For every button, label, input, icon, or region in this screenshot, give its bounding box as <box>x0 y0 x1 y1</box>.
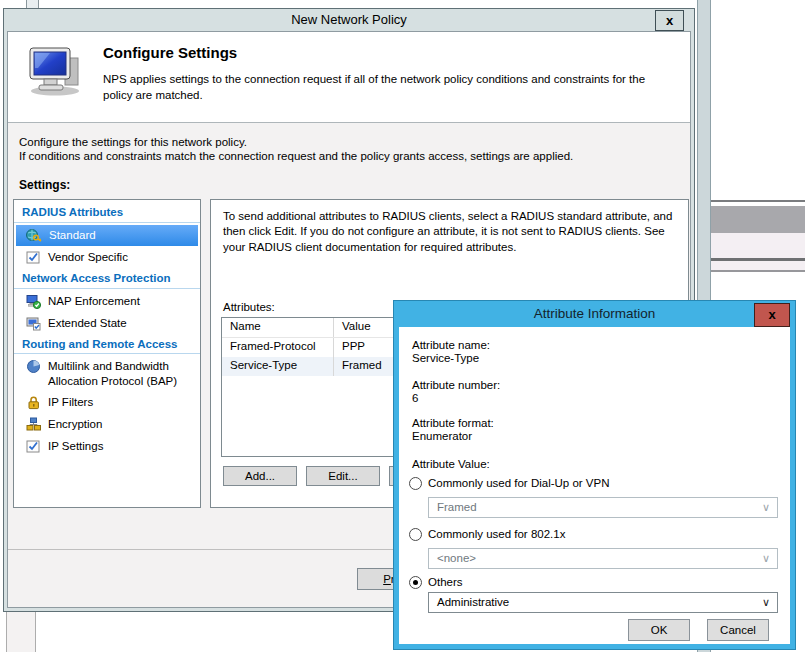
chevron-down-icon: ∨ <box>762 549 770 568</box>
sidebar-item-label: Vendor Specific <box>48 250 128 264</box>
dropdown-value: Framed <box>437 501 477 513</box>
group-header-rras: Routing and Remote Access <box>14 335 200 355</box>
add-button[interactable]: Add... <box>223 466 297 486</box>
dialog-body: Attribute name: Service-Type Attribute n… <box>399 327 790 644</box>
group-header-radius-attributes: RADIUS Attributes <box>14 203 200 223</box>
sidebar-item-label: Multilink and Bandwidth Allocation Proto… <box>48 359 194 388</box>
background-light-band <box>711 261 805 270</box>
sidebar-item-extended-state[interactable]: Extended State <box>16 313 198 334</box>
cancel-button[interactable]: Cancel <box>707 619 769 641</box>
attribute-name-cell: Service-Type <box>222 357 334 376</box>
intro-text-line2: If conditions and constraints match the … <box>19 150 573 162</box>
sidebar-item-standard[interactable]: Standard <box>16 225 198 246</box>
sidebar-item-label: Extended State <box>48 316 127 330</box>
background-gray-band <box>711 206 805 233</box>
attribute-format-label: Attribute format: <box>412 417 494 429</box>
chevron-down-icon: ∨ <box>762 498 770 517</box>
settings-listbox: RADIUS Attributes Standard Vend <box>13 199 201 508</box>
monitor-check-icon <box>26 316 41 331</box>
attribute-name-cell: Framed-Protocol <box>222 338 334 357</box>
page-title: Configure Settings <box>103 44 237 61</box>
close-icon[interactable]: x <box>754 303 790 327</box>
radio-dialup-vpn-label: Commonly used for Dial-Up or VPN <box>428 477 610 489</box>
attribute-name-label: Attribute name: <box>412 339 490 351</box>
dropdown-value: Administrative <box>437 596 509 608</box>
intro-text-line1: Configure the settings for this network … <box>19 136 247 148</box>
sidebar-item-encryption[interactable]: Encryption <box>16 414 198 435</box>
attribute-number-value: 6 <box>412 392 418 404</box>
sidebar-item-label: Encryption <box>48 417 102 431</box>
sidebar-item-label: IP Settings <box>48 439 103 453</box>
sidebar-item-label: IP Filters <box>48 395 93 409</box>
background-light-band <box>711 233 805 258</box>
checklist-icon <box>26 439 41 454</box>
attribute-value-label: Attribute Value: <box>412 458 490 470</box>
sidebar-item-label: NAP Enforcement <box>48 294 140 308</box>
radio-dialup-vpn[interactable] <box>409 477 422 490</box>
ok-button[interactable]: OK <box>628 619 690 641</box>
group-header-nap: Network Access Protection <box>14 269 200 289</box>
radio-others-label: Others <box>428 576 463 588</box>
settings-label: Settings: <box>19 178 70 192</box>
radio-8021x-label: Commonly used for 802.1x <box>428 528 565 540</box>
attribute-name-value: Service-Type <box>412 352 479 364</box>
background-window-fragment <box>26 0 39 8</box>
dialup-vpn-dropdown[interactable]: Framed ∨ <box>428 497 778 518</box>
wizard-header: Configure Settings NPS applies settings … <box>8 32 690 123</box>
sidebar-item-label: Standard <box>49 228 96 242</box>
edit-button[interactable]: Edit... <box>306 466 380 486</box>
sidebar-item-multilink-bap[interactable]: Multilink and Bandwidth Allocation Proto… <box>16 356 198 391</box>
close-icon[interactable]: x <box>655 10 684 31</box>
chevron-down-icon: ∨ <box>762 593 770 612</box>
network-icon <box>26 417 41 432</box>
computer-shield-icon <box>26 294 41 309</box>
panel-description: To send additional attributes to RADIUS … <box>223 209 674 255</box>
radio-8021x[interactable] <box>409 528 422 541</box>
attributes-label: Attributes: <box>223 301 275 313</box>
attribute-information-dialog: Attribute Information x Attribute name: … <box>393 300 796 650</box>
padlock-icon <box>26 395 41 410</box>
globe-key-icon <box>26 228 42 243</box>
dropdown-value: <none> <box>437 552 476 564</box>
sidebar-item-vendor-specific[interactable]: Vendor Specific <box>16 247 198 268</box>
previous-button-accelerator: P <box>383 573 391 585</box>
background-window-fragment <box>6 612 36 652</box>
computer-icon <box>28 46 86 96</box>
dialog-titlebar: Attribute Information <box>394 301 795 326</box>
sidebar-item-nap-enforcement[interactable]: NAP Enforcement <box>16 291 198 312</box>
sidebar-item-ip-filters[interactable]: IP Filters <box>16 392 198 413</box>
column-header-name[interactable]: Name <box>222 318 334 337</box>
radio-others[interactable] <box>409 576 422 589</box>
others-dropdown[interactable]: Administrative ∨ <box>428 592 778 613</box>
8021x-dropdown[interactable]: <none> ∨ <box>428 548 778 569</box>
pie-chart-icon <box>26 359 41 374</box>
attribute-format-value: Enumerator <box>412 430 472 442</box>
sidebar-item-ip-settings[interactable]: IP Settings <box>16 436 198 457</box>
dialog-titlebar: New Network Policy <box>4 9 694 31</box>
background-divider <box>711 270 805 272</box>
page-description: NPS applies settings to the connection r… <box>103 72 676 103</box>
checklist-icon <box>26 250 41 265</box>
attribute-number-label: Attribute number: <box>412 379 500 391</box>
background-divider <box>711 200 805 202</box>
